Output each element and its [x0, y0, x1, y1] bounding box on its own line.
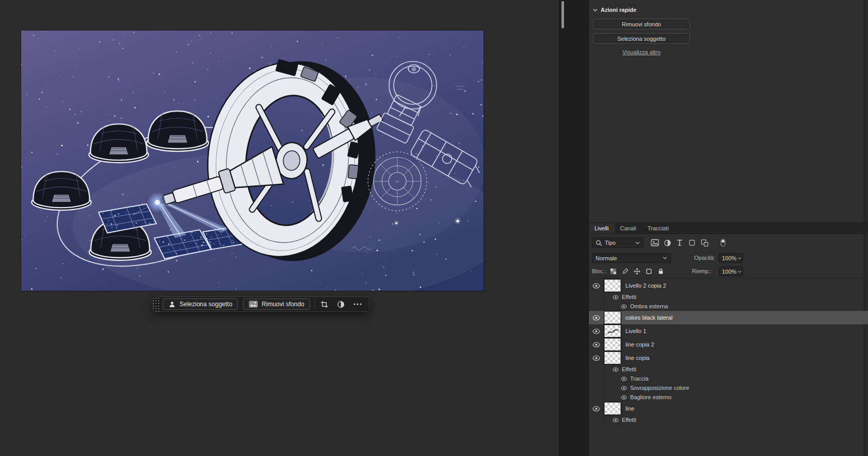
tab-canali[interactable]: Canali: [615, 223, 642, 233]
space-station-artwork: [21, 30, 484, 291]
select-subject-quick-button[interactable]: Seleziona soggetto: [593, 33, 690, 44]
layer-row[interactable]: line: [589, 402, 868, 415]
document-canvas[interactable]: [21, 30, 484, 291]
effect-row[interactable]: Bagliore esterno: [589, 392, 868, 402]
effects-visibility-eye-icon[interactable]: [613, 367, 619, 372]
effect-visibility-eye-icon[interactable]: [621, 395, 627, 400]
layer-thumbnail[interactable]: [604, 279, 621, 292]
adjustments-icon[interactable]: [333, 298, 349, 310]
search-icon: [596, 240, 602, 246]
effect-visibility-eye-icon[interactable]: [621, 304, 627, 309]
chevron-down-icon: [737, 270, 742, 273]
effect-row[interactable]: Ombra esterna: [589, 302, 868, 311]
visibility-eye-icon[interactable]: [589, 279, 603, 292]
layer-thumbnail[interactable]: [604, 325, 621, 337]
crop-icon[interactable]: [316, 298, 333, 310]
show-more-link[interactable]: Visualizza altro: [593, 49, 690, 55]
chevron-down-icon: [663, 256, 667, 260]
visibility-eye-icon[interactable]: [589, 351, 603, 365]
visibility-eye-icon[interactable]: [589, 338, 603, 351]
type-layer-filter-icon[interactable]: [673, 238, 686, 248]
effects-visibility-eye-icon[interactable]: [613, 295, 619, 300]
layer-name: line copia: [625, 355, 649, 361]
layer-name: line copia 2: [625, 341, 654, 348]
effects-label: Effetti: [622, 417, 636, 423]
chevron-down-icon: [635, 241, 640, 245]
taskbar-divider: [314, 300, 315, 309]
layer-list: Livello 2 copia 2 Effetti Ombra esterna: [589, 279, 868, 424]
effect-name: Sovrapposizione colore: [630, 385, 689, 391]
smart-object-filter-icon[interactable]: [698, 238, 711, 248]
layer-thumbnail[interactable]: [604, 311, 621, 324]
remove-background-button[interactable]: Rimuovi sfondo: [243, 298, 310, 310]
layer-filter-type-dropdown[interactable]: Tipo: [592, 238, 644, 248]
tab-livelli[interactable]: Livelli: [589, 223, 615, 233]
fill-label: Riemp.:: [692, 268, 712, 274]
photoshop-window: Seleziona soggetto Rimuovi sfondo: [0, 0, 868, 456]
blend-mode-row: Normale Opacità: 100%: [589, 252, 868, 264]
layer-row[interactable]: Livello 1: [589, 324, 868, 338]
layer-filter-row: Tipo: [589, 235, 868, 251]
blend-mode-value: Normale: [596, 255, 617, 261]
shape-layer-filter-icon[interactable]: [686, 238, 698, 248]
opacity-dropdown[interactable]: 100%: [719, 253, 743, 263]
layer-thumbnail[interactable]: [604, 352, 621, 364]
quick-actions-header[interactable]: Azioni rapide: [593, 7, 636, 13]
quick-actions-title: Azioni rapide: [601, 7, 636, 13]
fill-dropdown[interactable]: 100%: [719, 266, 743, 276]
lock-label: Bloc.:: [592, 268, 606, 274]
layer-row[interactable]: Livello 2 copia 2: [589, 279, 868, 292]
panel-dock-gap: [559, 0, 588, 456]
filter-type-label: Tipo: [605, 240, 616, 246]
layer-name: Livello 1: [625, 328, 646, 334]
adjustment-layer-filter-icon[interactable]: [661, 238, 673, 248]
layer-name: colors black lateral: [625, 315, 672, 321]
layers-panel-tabs: Livelli Canali Tracciati: [589, 223, 868, 234]
effect-visibility-eye-icon[interactable]: [621, 376, 627, 381]
effects-header-row[interactable]: Effetti: [589, 365, 868, 374]
effects-header-row[interactable]: Effetti: [589, 415, 868, 424]
blend-mode-dropdown[interactable]: Normale: [592, 253, 671, 263]
chevron-down-icon: [593, 8, 598, 12]
effects-label: Effetti: [622, 294, 636, 300]
visibility-eye-icon[interactable]: [589, 311, 603, 324]
lock-all-icon[interactable]: [656, 267, 665, 276]
layer-row[interactable]: line copia 2: [589, 338, 868, 351]
opacity-value: 100%: [722, 255, 736, 261]
effect-visibility-eye-icon[interactable]: [621, 386, 627, 390]
tab-tracciati[interactable]: Tracciati: [642, 223, 674, 233]
select-subject-icon: [168, 301, 176, 308]
effect-name: Traccia: [630, 375, 649, 382]
effects-header-row[interactable]: Effetti: [589, 292, 868, 302]
select-subject-button[interactable]: Seleziona soggetto: [163, 298, 238, 310]
layer-row-selected[interactable]: colors black lateral: [589, 311, 868, 324]
more-options-button[interactable]: [349, 298, 366, 310]
layer-name: Livello 2 copia 2: [625, 282, 666, 289]
layer-thumbnail[interactable]: [604, 338, 621, 351]
remove-background-icon: [249, 301, 258, 308]
effects-label: Effetti: [622, 366, 636, 372]
visibility-eye-icon[interactable]: [589, 324, 603, 338]
layer-thumbnail[interactable]: [604, 402, 621, 415]
remove-background-quick-button[interactable]: Rimuovi sfondo: [593, 19, 690, 29]
effect-row[interactable]: Traccia: [589, 374, 868, 383]
lock-position-icon[interactable]: [633, 267, 641, 276]
remove-background-label: Rimuovi sfondo: [262, 301, 304, 308]
lock-row: Bloc.: Riemp.: 100%: [589, 265, 868, 278]
taskbar-drag-handle[interactable]: [153, 297, 160, 311]
document-scrollbar-thumb[interactable]: [561, 1, 564, 28]
lock-artboard-icon[interactable]: [645, 267, 653, 276]
lock-image-icon[interactable]: [621, 267, 630, 276]
opacity-label: Opacità:: [694, 255, 715, 261]
remove-background-quick-label: Rimuovi sfondo: [622, 21, 661, 27]
select-subject-label: Seleziona soggetto: [180, 301, 232, 308]
pixel-layer-filter-icon[interactable]: [649, 238, 661, 248]
effect-row[interactable]: Sovrapposizione colore: [589, 383, 868, 392]
lock-transparency-icon[interactable]: [609, 267, 618, 276]
contextual-taskbar: Seleziona soggetto Rimuovi sfondo: [153, 296, 369, 312]
fill-value: 100%: [722, 269, 736, 275]
visibility-eye-icon[interactable]: [589, 402, 603, 415]
effects-visibility-eye-icon[interactable]: [613, 418, 619, 422]
layer-filter-toggle-icon[interactable]: [718, 238, 728, 248]
layer-row[interactable]: line copia: [589, 351, 868, 365]
